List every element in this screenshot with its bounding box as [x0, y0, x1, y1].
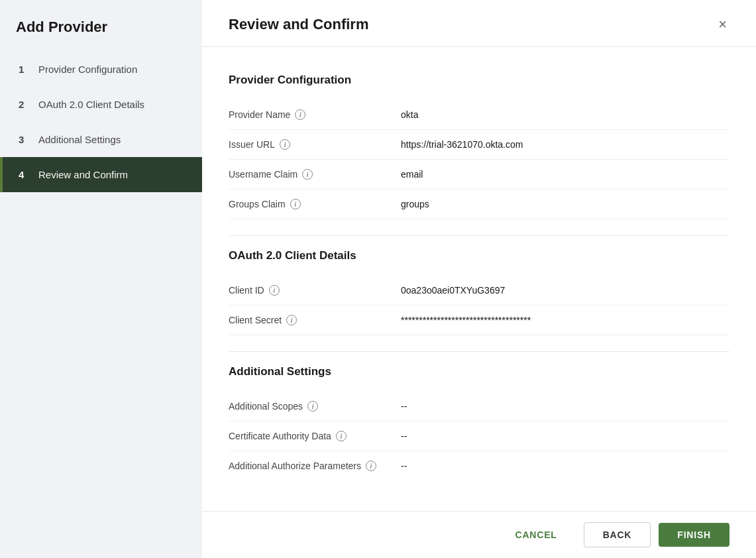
info-icon-client-secret: i — [286, 315, 297, 325]
sidebar: Add Provider 1 Provider Configuration 2 … — [0, 0, 202, 558]
cancel-button[interactable]: CANCEL — [497, 523, 576, 547]
info-icon-client-id: i — [269, 285, 280, 296]
sidebar-title: Add Provider — [0, 0, 202, 52]
field-label-client-secret: Client Secret i — [229, 315, 401, 325]
step-label-1: Provider Configuration — [38, 64, 137, 75]
field-row-client-id: Client ID i 0oa23o0aei0TXYuG3697 — [229, 276, 729, 306]
divider-1 — [229, 235, 729, 236]
field-row-client-secret: Client Secret i ************************… — [229, 306, 729, 335]
main-content: Review and Confirm × Provider Configurat… — [202, 0, 756, 558]
main-footer: CANCEL BACK FINISH — [202, 511, 756, 558]
field-value-provider-name: okta — [401, 109, 729, 120]
info-icon-groups-claim: i — [290, 199, 301, 209]
field-row-issuer-url: Issuer URL i https://trial-3621070.okta.… — [229, 130, 729, 160]
step-label-3: Additional Settings — [38, 134, 121, 145]
field-value-issuer-url: https://trial-3621070.okta.com — [401, 139, 729, 150]
field-label-ca-data: Certificate Authority Data i — [229, 431, 401, 441]
field-value-username-claim: email — [401, 169, 729, 180]
step-number-3: 3 — [19, 134, 30, 145]
step-number-2: 2 — [19, 99, 30, 110]
info-icon-username-claim: i — [302, 169, 313, 180]
info-icon-additional-authorize: i — [366, 461, 376, 471]
finish-button[interactable]: FINISH — [659, 523, 729, 547]
sidebar-step-4[interactable]: 4 Review and Confirm — [0, 157, 202, 192]
field-value-groups-claim: groups — [401, 199, 729, 209]
field-label-issuer-url: Issuer URL i — [229, 139, 401, 150]
step-label-4: Review and Confirm — [38, 169, 128, 180]
field-row-additional-scopes: Additional Scopes i -- — [229, 392, 729, 421]
field-value-additional-authorize: -- — [401, 461, 729, 471]
step-number-4: 4 — [19, 169, 30, 180]
field-row-additional-authorize: Additional Authorize Parameters i -- — [229, 451, 729, 480]
additional-settings-section-title: Additional Settings — [229, 365, 729, 378]
oauth-section-title: OAuth 2.0 Client Details — [229, 249, 729, 262]
field-value-ca-data: -- — [401, 431, 729, 441]
info-icon-provider-name: i — [295, 109, 305, 120]
field-label-provider-name: Provider Name i — [229, 109, 401, 120]
main-title: Review and Confirm — [229, 16, 368, 33]
back-button[interactable]: BACK — [584, 522, 651, 547]
field-row-username-claim: Username Claim i email — [229, 160, 729, 190]
info-icon-ca-data: i — [336, 431, 347, 441]
field-label-client-id: Client ID i — [229, 285, 401, 296]
field-label-additional-scopes: Additional Scopes i — [229, 401, 401, 412]
field-label-additional-authorize: Additional Authorize Parameters i — [229, 461, 401, 471]
steps-list: 1 Provider Configuration 2 OAuth 2.0 Cli… — [0, 52, 202, 192]
field-row-provider-name: Provider Name i okta — [229, 100, 729, 130]
main-body: Provider Configuration Provider Name i o… — [202, 47, 756, 511]
info-icon-issuer-url: i — [280, 139, 290, 150]
close-button[interactable]: × — [716, 15, 729, 34]
step-label-2: OAuth 2.0 Client Details — [38, 99, 144, 110]
main-header: Review and Confirm × — [202, 0, 756, 47]
field-row-ca-data: Certificate Authority Data i -- — [229, 421, 729, 451]
provider-config-section-title: Provider Configuration — [229, 74, 729, 87]
field-value-additional-scopes: -- — [401, 401, 729, 412]
sidebar-step-2[interactable]: 2 OAuth 2.0 Client Details — [0, 87, 202, 122]
field-label-groups-claim: Groups Claim i — [229, 199, 401, 209]
sidebar-step-3[interactable]: 3 Additional Settings — [0, 122, 202, 157]
sidebar-step-1[interactable]: 1 Provider Configuration — [0, 52, 202, 87]
divider-2 — [229, 351, 729, 352]
field-value-client-id: 0oa23o0aei0TXYuG3697 — [401, 285, 729, 296]
step-number-1: 1 — [19, 64, 30, 75]
info-icon-additional-scopes: i — [307, 401, 318, 412]
field-row-groups-claim: Groups Claim i groups — [229, 190, 729, 219]
field-value-client-secret: ************************************ — [401, 315, 729, 325]
field-label-username-claim: Username Claim i — [229, 169, 401, 180]
